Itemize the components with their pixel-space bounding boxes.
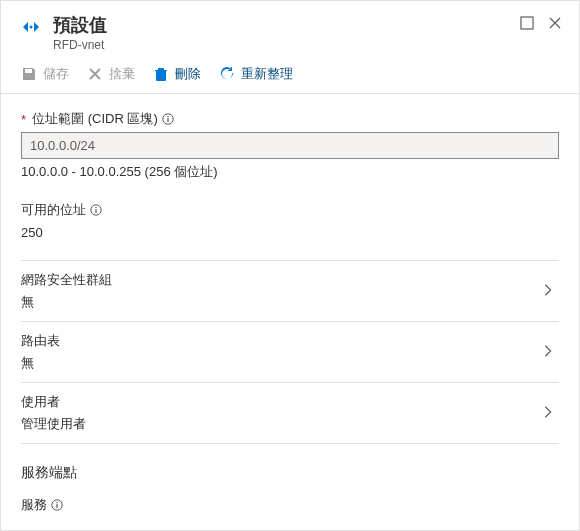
chevron-right-icon: [541, 283, 555, 300]
delete-icon: [153, 66, 169, 82]
available-addresses-value: 250: [21, 225, 559, 240]
nav-item-value: 管理使用者: [21, 415, 86, 433]
nav-list: 網路安全性群組 無 路由表 無 使用者 管理使用者: [21, 260, 559, 444]
svg-rect-1: [521, 17, 533, 29]
nav-item-nsg[interactable]: 網路安全性群組 無: [21, 260, 559, 321]
required-indicator: *: [21, 112, 26, 127]
address-range-label: * 位址範圍 (CIDR 區塊): [21, 110, 559, 128]
delete-button[interactable]: 刪除: [153, 65, 201, 83]
info-icon[interactable]: [90, 204, 102, 216]
svg-rect-6: [95, 209, 96, 213]
maximize-button[interactable]: [519, 15, 535, 31]
resource-icon: [21, 17, 41, 37]
info-icon[interactable]: [162, 113, 174, 125]
refresh-button[interactable]: 重新整理: [219, 65, 293, 83]
nav-item-value: 無: [21, 293, 112, 311]
delete-label: 刪除: [175, 65, 201, 83]
panel-title: 預設值: [53, 13, 519, 37]
panel-content: * 位址範圍 (CIDR 區塊) 10.0.0.0 - 10.0.0.255 (…: [1, 94, 579, 513]
nav-item-label: 網路安全性群組: [21, 271, 112, 289]
chevron-right-icon: [541, 344, 555, 361]
nav-item-value: 無: [21, 354, 60, 372]
chevron-right-icon: [541, 405, 555, 422]
panel-header: 預設值 RFD-vnet: [1, 1, 579, 61]
address-range-helper: 10.0.0.0 - 10.0.0.255 (256 個位址): [21, 163, 559, 181]
nav-item-users[interactable]: 使用者 管理使用者: [21, 382, 559, 443]
service-endpoints-title: 服務端點: [21, 464, 559, 482]
discard-label: 捨棄: [109, 65, 135, 83]
nav-item-route-table[interactable]: 路由表 無: [21, 321, 559, 382]
panel-subtitle: RFD-vnet: [53, 37, 519, 53]
refresh-label: 重新整理: [241, 65, 293, 83]
nav-item-label: 使用者: [21, 393, 86, 411]
address-range-input[interactable]: [21, 132, 559, 159]
nav-item-label: 路由表: [21, 332, 60, 350]
available-addresses-label: 可用的位址: [21, 201, 559, 219]
refresh-icon: [219, 66, 235, 82]
save-label: 儲存: [43, 65, 69, 83]
svg-point-0: [30, 26, 33, 29]
info-icon[interactable]: [51, 499, 63, 511]
discard-icon: [87, 66, 103, 82]
svg-rect-10: [56, 502, 57, 503]
toolbar: 儲存 捨棄 刪除 重新整理: [1, 61, 579, 94]
svg-rect-3: [167, 118, 168, 122]
discard-button[interactable]: 捨棄: [87, 65, 135, 83]
svg-rect-4: [167, 116, 168, 117]
save-button[interactable]: 儲存: [21, 65, 69, 83]
close-button[interactable]: [547, 15, 563, 31]
svg-rect-7: [95, 207, 96, 208]
svg-rect-9: [56, 504, 57, 508]
save-icon: [21, 66, 37, 82]
service-label: 服務: [21, 496, 559, 513]
